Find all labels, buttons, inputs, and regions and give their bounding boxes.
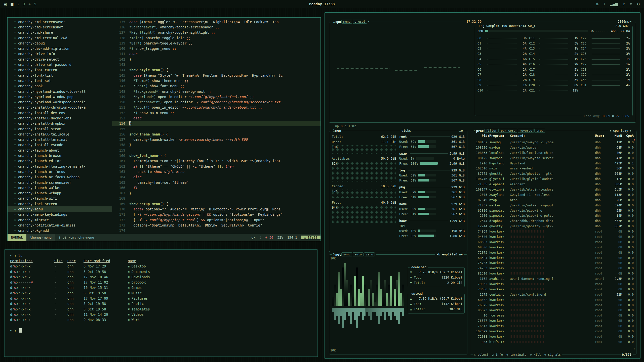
file-item[interactable]: ∗omarchy-drive-set-password <box>8 62 112 67</box>
code-line[interactable]: 154} <box>112 121 320 126</box>
process-row[interactable]: 2506pipewire/usr/bin/pipewire-pulsedhh14… <box>473 213 634 218</box>
file-item[interactable]: ∗omarchy-launch-about <box>8 148 112 153</box>
file-item[interactable]: ∗omarchy-install-dropbox <box>8 121 112 126</box>
info-action[interactable]: ↵ info <box>492 353 503 356</box>
file-item[interactable]: ∗omarchy-hyprland-window-close-all <box>8 89 112 94</box>
updates-icon[interactable]: ⇅ <box>596 2 599 6</box>
proc-column-pid[interactable]: Pid: <box>473 134 489 138</box>
proc-column-user[interactable]: User: <box>595 134 609 138</box>
preset-button[interactable]: preset <box>353 20 367 24</box>
file-item[interactable]: ∗omarchy-debug <box>8 40 112 46</box>
code-line[interactable]: 173 options="$options\n▢ Defaults\n◌ DNS… <box>112 222 320 228</box>
process-row[interactable]: 76577kworker/root0B0.0 <box>473 318 634 323</box>
code-line[interactable]: 137*Nightlight*) omarchy-toggle-nightlig… <box>112 30 320 35</box>
file-item[interactable]: ∗omarchy-font-current <box>8 67 112 73</box>
file-item[interactable]: ∗omarchy-install-tailscale <box>8 131 112 137</box>
interval-plus-button[interactable]: + <box>629 20 631 23</box>
process-row[interactable]: 87649btopbtopdhh26M0.0 <box>473 197 634 203</box>
code-line[interactable]: 148 *Background*) omarchy-theme-bg-next … <box>112 89 320 94</box>
process-row[interactable]: 12244ghostty/usr/bin/ghostty --gtk-dhh86… <box>473 223 634 229</box>
code-line[interactable]: 141esac <box>112 51 320 57</box>
process-row[interactable]: 81310kworker/root0B0.0 <box>473 271 634 276</box>
process-row[interactable]: 74733kworker/root0B0.0 <box>473 265 634 271</box>
process-row[interactable]: 63816pipewire/usr/bin/pipewiredhh25M0.0 <box>473 208 634 213</box>
code-line[interactable]: 170 local options="♪ Audio\n≋ Wifi\nᛒ Bl… <box>112 206 320 212</box>
volume-icon[interactable]: ♪ <box>623 2 625 6</box>
chart-icon[interactable]: ▂▄▆ <box>610 2 618 6</box>
code-line[interactable]: 157 omarchy-launch-walker -m menus:omarc… <box>112 137 320 142</box>
file-item[interactable]: ∗omarchy-launch-walker <box>8 185 112 190</box>
io-label[interactable]: io <box>458 129 464 132</box>
code-line[interactable]: 158} <box>112 142 320 148</box>
sync-button[interactable]: sync <box>341 252 352 256</box>
code-line[interactable]: 139*Bar*) omarchy-toggle-waybar ;; <box>112 40 320 46</box>
reverse-button[interactable]: reverse <box>518 129 534 133</box>
file-item[interactable]: ∗omarchy-launch-or-focus-webapp <box>8 174 112 180</box>
file-pane[interactable]: ∗omarchy-cmd-screensaver∗omarchy-cmd-scr… <box>8 18 112 234</box>
code-pane[interactable]: 135case $(menu "Toggle" "▢ Screensaver\n… <box>112 18 320 234</box>
code-line[interactable]: 140*) show_trigger_menu ;; <box>112 46 320 51</box>
file-item[interactable]: ∗omarchy-cmd-share <box>8 30 112 35</box>
file-item[interactable]: ∗omarchy-lock-screen <box>8 201 112 206</box>
net-interface[interactable]: ◂b enp191s0 n▸ <box>435 252 464 256</box>
file-item[interactable]: ∗omarchy-hook <box>8 83 112 89</box>
process-row[interactable]: 74869kworker/root0B0.0 <box>473 229 634 234</box>
code-line[interactable]: 151 *About*) open_in_editor ~/.config/om… <box>112 105 320 110</box>
file-item[interactable]: ∗omarchy-drive-info <box>8 51 112 57</box>
terminal-window[interactable]: ~ ❯ lsPermissionsSizeUserDate ModifiedNa… <box>4 249 318 357</box>
file-item[interactable]: ∗omarchy-menu <box>8 206 112 212</box>
cpu-box-title[interactable]: cpu <box>335 20 341 24</box>
file-item[interactable]: ∗omarchy-launch-editor <box>8 158 112 164</box>
code-line[interactable]: 168 <box>112 196 320 201</box>
code-line[interactable]: 138*Idle*) omarchy-toggle-idle ;; <box>112 35 320 40</box>
proc-column-memb[interactable]: MemB <box>609 134 622 138</box>
code-line[interactable]: 160show_font_menu() { <box>112 153 320 158</box>
process-row[interactable]: 1916HyprlandHyprlanddhh423M0.1 <box>473 161 634 166</box>
filter-button[interactable]: filter <box>484 129 499 133</box>
process-row[interactable]: 1275containe/usr/bin/containerdroot52M0.… <box>473 292 634 297</box>
file-item[interactable]: ∗omarchy-install-dev-env <box>8 110 112 115</box>
process-row[interactable]: 108107swaybg/usr/bin/swaybg -i /homdhh12… <box>473 140 634 145</box>
process-row[interactable]: 68584kworker/root0B0.0 <box>473 255 634 260</box>
prompt-line[interactable]: ~ ❯ ls <box>10 253 317 258</box>
process-row[interactable]: 803btrfs-trroot0B0.0 <box>473 339 634 344</box>
process-row[interactable]: 72073kworker/root0B0.0 <box>473 250 634 255</box>
code-line[interactable]: 135case $(menu "Toggle" "▢ Screensaver\n… <box>112 19 320 24</box>
code-line[interactable]: 149 *Hyprland*) open_in_editor ~/.config… <box>112 94 320 99</box>
file-item[interactable]: ∗omarchy-font-list <box>8 73 112 78</box>
file-item[interactable]: ∗omarchy-cmd-screensaver <box>8 19 112 24</box>
code-line[interactable]: 156show_theme_menu() { <box>112 131 320 137</box>
file-item[interactable]: ∗omarchy-launch-browser <box>8 153 112 158</box>
scroll-up-icon[interactable]: ↑ <box>633 138 635 142</box>
process-row[interactable]: 2075XwaylandXwayland :1 -rootless -dhh11… <box>473 192 634 197</box>
code-line[interactable]: 171 [ -f ~/.config/hypr/bindings.conf ] … <box>112 212 320 217</box>
interval-minus-button[interactable]: - <box>615 20 617 23</box>
process-row[interactable]: 108116waybar/usr/bin/waybardhh68M0.0 <box>473 145 634 150</box>
tree-button[interactable]: tree <box>534 129 545 133</box>
code-line[interactable]: 142} <box>112 57 320 62</box>
file-item[interactable]: ∗omarchy-pkg-add <box>8 228 112 233</box>
code-line[interactable]: 136*Screensaver*) omarchy-toggle-screens… <box>112 24 320 30</box>
code-line[interactable]: 143 <box>112 62 320 67</box>
file-item[interactable]: ∗omarchy-hyprland-workspace-toggle <box>8 99 112 105</box>
code-line[interactable]: 144show_style_menu() { <box>112 67 320 73</box>
process-row[interactable]: 68586kworker/root0B0.0 <box>473 245 634 250</box>
zero-button[interactable]: zero <box>364 252 375 256</box>
proc-column-program[interactable]: Program: <box>489 134 510 138</box>
code-line[interactable]: 145 case $(menu "Style" "◉ Theme\nA Font… <box>112 73 320 78</box>
file-item[interactable]: ∗omarchy-launch-floating-terminal- <box>8 164 112 169</box>
code-line[interactable]: 162 if [[ "$theme" == "CNCLD" || -z "$th… <box>112 164 320 169</box>
process-row[interactable]: 1162avahi-daavahi-daemon: running [avahi… <box>473 276 634 281</box>
code-line[interactable]: 152 *) show_main_menu ;; <box>112 110 320 115</box>
file-item[interactable]: ∗omarchy-cmd-terminal-cwd <box>8 35 112 40</box>
process-row[interactable]: 95673kworker/root0B0.0 <box>473 308 634 313</box>
system-tray[interactable]: ⇅ᛒ▂▄▆♪≋⚙ <box>596 2 644 6</box>
select-action[interactable]: ↳ select <box>474 353 489 356</box>
code-line[interactable]: 174 <box>112 228 320 233</box>
code-line[interactable]: 161 theme=$(menu "Font" "$(omarchy-font-… <box>112 158 320 164</box>
process-row[interactable]: 72088kworker/root0B0.0 <box>473 334 634 339</box>
scroll-down-icon[interactable]: ↓ <box>633 347 635 350</box>
process-row[interactable]: 87573ghostty/usr/bin/ghostty --gtk-dhh36… <box>473 171 634 176</box>
process-row[interactable]: 73703kworker/root0B0.0 <box>473 260 634 265</box>
update-interval[interactable]: - 2000ms + <box>614 20 633 23</box>
